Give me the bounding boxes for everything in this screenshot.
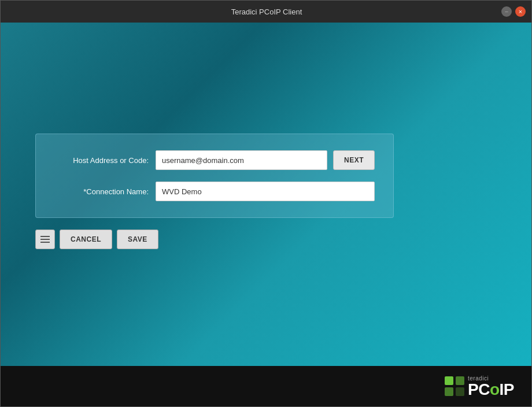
cancel-button[interactable]: CANCEL	[60, 230, 112, 249]
main-content: Host Address or Code: NEXT *Connection N…	[1, 23, 531, 366]
product-name: PCoIP	[468, 382, 514, 398]
bottom-bar: CANCEL SAVE	[35, 230, 158, 255]
menu-icon-line2	[40, 239, 50, 240]
logo-text: teradici PCoIP	[468, 375, 514, 398]
minimize-button[interactable]: −	[501, 6, 512, 17]
teradici-logo-icon	[444, 375, 466, 397]
menu-icon-line3	[40, 242, 50, 243]
svg-rect-2	[456, 376, 464, 385]
next-button[interactable]: NEXT	[333, 150, 375, 170]
close-button[interactable]: ×	[515, 6, 526, 17]
window-title: Teradici PCoIP Client	[32, 8, 501, 16]
connection-name-input[interactable]	[156, 182, 375, 201]
svg-rect-1	[445, 387, 453, 396]
connection-name-label: *Connection Name:	[54, 187, 156, 196]
connection-name-row: *Connection Name:	[54, 182, 375, 201]
titlebar-controls: − ×	[501, 6, 526, 17]
host-address-label: Host Address or Code:	[54, 156, 156, 165]
save-button[interactable]: SAVE	[117, 230, 158, 249]
logo-area: teradici PCoIP	[444, 375, 514, 398]
menu-icon-line1	[40, 236, 50, 237]
titlebar: Teradici PCoIP Client − ×	[1, 1, 531, 23]
menu-button[interactable]	[35, 230, 55, 249]
svg-rect-0	[445, 376, 453, 385]
form-panel: Host Address or Code: NEXT *Connection N…	[35, 134, 394, 218]
svg-rect-3	[456, 387, 464, 396]
host-address-row: Host Address or Code: NEXT	[54, 150, 375, 170]
footer: teradici PCoIP	[1, 366, 531, 406]
app-window: Teradici PCoIP Client − × Host Address o…	[0, 0, 532, 407]
host-address-input[interactable]	[156, 150, 327, 170]
